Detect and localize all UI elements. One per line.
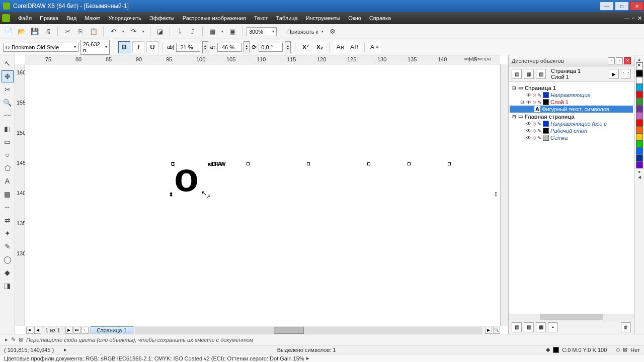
smart-fill-tool[interactable]: ◧	[2, 123, 14, 135]
add-page-button[interactable]: +	[82, 327, 89, 334]
outline-tool[interactable]: ◯	[2, 253, 14, 265]
app-launcher-button[interactable]: ▣	[227, 26, 238, 37]
panel-titlebar[interactable]: Диспетчер объектов » ▫ ✕	[509, 55, 634, 66]
menu-help[interactable]: Справка	[365, 12, 395, 24]
superscript-button[interactable]: X²	[299, 41, 311, 53]
char-formatting-button[interactable]: A✧	[369, 41, 381, 53]
rotation-spinner[interactable]: ▲▼	[285, 41, 291, 53]
prev-page-button[interactable]: ◀	[34, 327, 41, 334]
all-caps-button[interactable]: АВ	[348, 41, 360, 53]
selection-handle[interactable]	[247, 162, 250, 165]
redo-button[interactable]: ↷	[128, 26, 139, 37]
palette-expand-button[interactable]: ◀	[638, 175, 641, 179]
menu-bitmap[interactable]: Растровые изображения	[179, 12, 250, 24]
crop-tool[interactable]: ✂	[2, 83, 14, 96]
maximize-button[interactable]: □	[615, 2, 629, 11]
menu-window[interactable]: Окно	[344, 12, 365, 24]
polygon-tool[interactable]: ⬠	[2, 162, 14, 174]
undo-button[interactable]: ↶	[108, 26, 119, 37]
menu-text[interactable]: Текст	[250, 12, 272, 24]
paste-button[interactable]: 📋	[88, 26, 99, 37]
freehand-tool[interactable]: 〰	[2, 110, 14, 122]
page-tab[interactable]: Страница 1	[91, 326, 133, 334]
last-page-button[interactable]: ⏭	[73, 327, 80, 334]
shape-tool[interactable]: ✥	[2, 70, 14, 82]
vshift-spinner[interactable]: ▲▼	[244, 41, 250, 53]
color-swatch[interactable]	[636, 140, 643, 147]
save-button[interactable]: 💾	[29, 26, 40, 37]
selection-handle[interactable]	[367, 162, 370, 165]
subscript-button[interactable]: X₂	[313, 41, 326, 53]
panel-scrollbar[interactable]	[509, 314, 634, 320]
doc-minimize-button[interactable]: —	[624, 15, 629, 22]
search-button[interactable]: ◪	[154, 26, 166, 37]
menu-view[interactable]: Вид	[62, 12, 80, 24]
color-swatch[interactable]	[636, 126, 643, 133]
zoom-fit-button[interactable]: 🔍	[493, 327, 500, 334]
minimize-button[interactable]: —	[600, 2, 614, 11]
selection-handle[interactable]	[171, 162, 174, 165]
color-swatch[interactable]	[636, 70, 643, 77]
eyedropper-tool[interactable]: ✎	[2, 240, 14, 252]
menu-table[interactable]: Таблица	[272, 12, 302, 24]
zoom-tool[interactable]: 🔍	[2, 97, 14, 109]
ellipse-tool[interactable]: ○	[2, 149, 14, 161]
edit-layers-button[interactable]: ▦	[524, 69, 534, 79]
vertical-scrollbar[interactable]	[500, 64, 508, 326]
fill-icon[interactable]: ◆	[546, 346, 550, 353]
new-button[interactable]: 📄	[3, 26, 14, 37]
undo-drop-button[interactable]: ▾	[121, 26, 126, 37]
baseline-marker-icon[interactable]: ⬍	[169, 191, 174, 198]
menu-tools[interactable]: Инструменты	[302, 12, 345, 24]
tree-row[interactable]: ⊟▭Главная страница	[510, 113, 633, 120]
menu-edit[interactable]: Правка	[36, 12, 62, 24]
table-tool[interactable]: ▦	[2, 188, 14, 200]
kerning-input[interactable]: -21 %	[176, 43, 200, 52]
new-page-layer-button[interactable]: ▩	[536, 322, 546, 332]
color-swatch[interactable]	[636, 84, 643, 91]
fill-swatch[interactable]	[553, 347, 559, 353]
open-button[interactable]: 📂	[16, 26, 27, 37]
rectangle-tool[interactable]: ▭	[2, 136, 14, 148]
artistic-text[interactable]: Co relDRAW	[171, 125, 224, 176]
layer-view-button[interactable]: ▨	[536, 69, 546, 79]
first-page-button[interactable]: ⏮	[26, 327, 33, 334]
next-page-button[interactable]: ▶	[65, 327, 72, 334]
palette-up-button[interactable]: ▲	[637, 57, 641, 62]
horizontal-scrollbar[interactable]	[135, 327, 482, 334]
rotation-input[interactable]: 0,0 °	[259, 43, 283, 52]
panel-options-button[interactable]: ▶	[609, 69, 619, 79]
document-palette-bar[interactable]: ▸ ✎ ⊠ Перетащите сюда цвета (или объекты…	[0, 334, 644, 345]
tree-row[interactable]: 👁⦸✎Рабочий стол	[510, 127, 633, 134]
selection-handle[interactable]	[408, 162, 411, 165]
zoom-select[interactable]: 300%	[247, 27, 277, 36]
color-swatch[interactable]	[636, 91, 643, 98]
underline-button[interactable]: U	[146, 41, 158, 53]
palette-down-button[interactable]: ▼	[637, 170, 641, 174]
interactive-fill-tool[interactable]: ◨	[2, 280, 14, 292]
export-button[interactable]: ⤴	[187, 26, 198, 37]
publish-drop-button[interactable]: ▾	[220, 26, 225, 37]
menu-file[interactable]: Файл	[14, 12, 36, 24]
show-props-button[interactable]: ▤	[512, 69, 522, 79]
object-tree[interactable]: ⊟▭Страница 1👁⦸✎Направляющие⊟👁⦸✎Слой 1AФи…	[509, 82, 634, 314]
cut-button[interactable]: ✂	[62, 26, 73, 37]
ruler-horizontal[interactable]: 7580859095100105110115120125130135140145…	[25, 55, 500, 64]
selection-handle[interactable]	[307, 162, 310, 165]
profiles-expand-icon[interactable]: ▸	[306, 355, 309, 361]
bold-button[interactable]: B	[118, 41, 130, 53]
import-button[interactable]: ⤵	[174, 26, 185, 37]
color-swatch[interactable]	[636, 119, 643, 126]
color-swatch[interactable]	[636, 105, 643, 112]
tree-row[interactable]: 👁⦸✎Сетка	[510, 134, 633, 141]
ruler-vertical[interactable]: 160155150145140135130	[15, 64, 25, 326]
publish-button[interactable]: ▦	[207, 26, 218, 37]
canvas[interactable]: Co relDRAW ⬍ ↖A ▯	[25, 64, 500, 326]
close-button[interactable]: ✕	[630, 2, 644, 11]
tree-row[interactable]: ⊟👁⦸✎Слой 1	[510, 99, 633, 106]
options-button[interactable]: ⚙	[327, 26, 338, 37]
kerning-spinner[interactable]: ▲▼	[202, 41, 208, 53]
color-swatch[interactable]	[636, 77, 643, 84]
copy-button[interactable]: ⎘	[75, 26, 86, 37]
doc-restore-button[interactable]: ▫	[632, 15, 634, 22]
